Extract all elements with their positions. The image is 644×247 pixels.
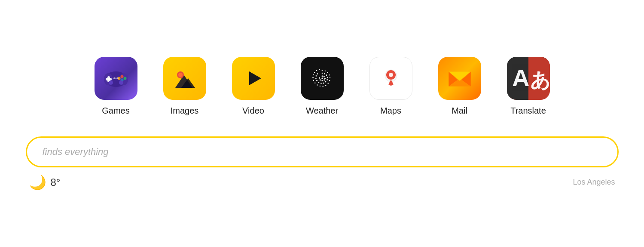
svg-point-23 <box>321 80 323 81</box>
temperature: 8° <box>51 176 61 188</box>
app-item-maps[interactable]: Maps <box>369 57 412 116</box>
svg-point-18 <box>321 77 323 79</box>
svg-point-50 <box>314 82 315 83</box>
svg-point-49 <box>317 84 317 85</box>
svg-point-36 <box>315 77 317 79</box>
svg-point-33 <box>320 83 322 84</box>
svg-point-28 <box>326 74 327 76</box>
games-label: Games <box>102 106 129 116</box>
apps-row: Games Images <box>95 57 550 116</box>
mail-icon[interactable] <box>438 57 481 100</box>
svg-rect-9 <box>113 77 116 79</box>
svg-point-46 <box>325 85 326 86</box>
svg-point-22 <box>324 79 325 80</box>
main-container: Games Images <box>26 57 619 191</box>
translate-label: Translate <box>510 106 546 116</box>
svg-marker-17 <box>249 71 261 85</box>
svg-point-5 <box>120 75 123 78</box>
app-item-images[interactable]: Images <box>163 57 206 116</box>
search-input[interactable] <box>26 136 619 167</box>
svg-point-38 <box>317 73 318 74</box>
svg-point-48 <box>319 85 320 86</box>
svg-point-6 <box>123 77 126 80</box>
svg-point-34 <box>318 82 319 83</box>
maps-label: Maps <box>380 106 401 116</box>
translate-icon[interactable]: A あ <box>507 57 550 100</box>
svg-point-53 <box>313 74 314 75</box>
svg-point-43 <box>329 77 330 78</box>
app-item-video[interactable]: Video <box>232 57 275 116</box>
svg-text:A: A <box>512 64 529 91</box>
svg-point-42 <box>329 74 330 75</box>
app-item-games[interactable]: Games <box>95 57 137 116</box>
app-item-mail[interactable]: Mail <box>438 57 481 116</box>
svg-point-21 <box>324 77 325 79</box>
moon-icon: 🌙 <box>29 174 46 191</box>
svg-point-26 <box>321 72 323 74</box>
svg-point-16 <box>178 73 183 77</box>
svg-point-56 <box>318 69 319 70</box>
svg-point-11 <box>109 80 113 85</box>
mail-label: Mail <box>452 106 467 116</box>
images-icon[interactable] <box>163 57 206 100</box>
svg-text:あ: あ <box>530 69 550 91</box>
svg-point-32 <box>323 82 324 83</box>
svg-point-35 <box>316 80 317 81</box>
svg-point-47 <box>322 86 323 86</box>
svg-point-51 <box>313 80 314 80</box>
weather-bar: 🌙 8° Los Angeles <box>26 174 619 191</box>
maps-icon[interactable] <box>369 57 412 100</box>
svg-point-12 <box>119 80 123 85</box>
svg-point-19 <box>321 75 323 77</box>
svg-point-27 <box>324 73 325 74</box>
app-item-translate[interactable]: A あ Translate <box>507 57 550 116</box>
svg-point-39 <box>321 69 322 70</box>
svg-point-54 <box>314 72 315 73</box>
svg-point-59 <box>389 73 393 77</box>
svg-point-52 <box>312 77 313 78</box>
weather-left: 🌙 8° <box>29 174 61 191</box>
svg-point-30 <box>327 79 328 80</box>
images-label: Images <box>171 106 199 116</box>
svg-point-41 <box>327 72 328 73</box>
search-container <box>26 136 619 167</box>
svg-point-20 <box>323 76 324 77</box>
svg-point-29 <box>327 77 328 78</box>
svg-point-25 <box>319 77 320 78</box>
svg-point-31 <box>325 81 326 82</box>
svg-rect-10 <box>116 77 119 79</box>
svg-point-45 <box>327 83 328 83</box>
svg-point-55 <box>316 70 317 71</box>
weather-label: Weather <box>306 106 338 116</box>
svg-point-44 <box>329 80 330 81</box>
games-icon[interactable] <box>95 57 137 100</box>
city-name: Los Angeles <box>573 178 615 187</box>
weather-app-icon[interactable] <box>301 57 344 100</box>
svg-point-37 <box>315 75 317 77</box>
video-icon[interactable] <box>232 57 275 100</box>
app-item-weather[interactable]: Weather <box>301 57 344 116</box>
svg-point-24 <box>319 79 320 80</box>
svg-point-40 <box>324 70 325 71</box>
video-label: Video <box>242 106 264 116</box>
